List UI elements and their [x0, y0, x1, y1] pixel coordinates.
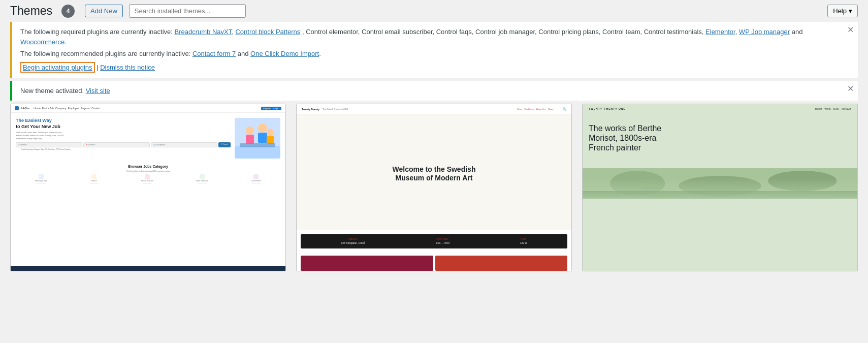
twenty-twenty-one-thumbnail: TWENTY TWENTY-ONE ABOUTWORKBLOGCONTACT T…	[583, 104, 857, 271]
svg-rect-8	[240, 143, 275, 147]
dismiss-plugins-notice-button[interactable]: ✕	[847, 26, 854, 34]
tt-bottom-block-2	[435, 256, 568, 271]
tt-address-value: 123 Storgatan, Umeå	[341, 241, 365, 244]
visit-site-link[interactable]: Visit site	[86, 87, 110, 95]
tt-address-label: ADDRESS	[341, 238, 365, 240]
tt-hours-label: OPEN TODAY	[436, 238, 449, 240]
theme-card-twenty-twenty[interactable]: Twenty Twenty The Default Theme for 2020…	[296, 104, 572, 271]
tt-address-col: ADDRESS 123 Storgatan, Umeå	[341, 238, 365, 244]
elementor-link[interactable]: Elementor	[705, 28, 735, 36]
jobbox-industry-field: ⊕ Industry ▾	[16, 142, 82, 147]
help-button[interactable]: Help ▾	[827, 5, 858, 17]
jobbox-preview: J JobBox HomeFind a JobCompanyEmployeePa…	[11, 104, 285, 271]
jobbox-keyword-field: 🔍 Your keyword	[151, 142, 217, 147]
jobbox-register-btn: Register Login	[261, 107, 281, 110]
activation-notice: ✕ New theme activated. Visit site	[10, 81, 858, 101]
svg-point-1	[246, 127, 254, 135]
tt-nav-links: HomeExhibitionsAbout Us ▾News	[517, 108, 554, 110]
themes-area: J JobBox HomeFind a JobCompanyEmployeePa…	[0, 104, 868, 271]
jobbox-section-title: Browser Jobs Category	[11, 162, 285, 170]
wp-job-link[interactable]: WP Job manager	[739, 28, 790, 36]
tto-hero-title: The works of BertheMorisot, 1800s-eraFre…	[589, 123, 851, 153]
jobbox-search-btn: 🔍 Search	[218, 142, 231, 147]
one-click-demo-link[interactable]: One Click Demo Import	[250, 50, 319, 57]
theme-card-twenty-twenty-one[interactable]: TWENTY TWENTY-ONE ABOUTWORKBLOGCONTACT T…	[582, 104, 858, 271]
help-label: Help	[833, 7, 847, 15]
jobbox-thumbnail: J JobBox HomeFind a JobCompanyEmployeePa…	[11, 104, 285, 271]
themes-grid: J JobBox HomeFind a JobCompanyEmployeePa…	[10, 104, 858, 271]
svg-point-5	[267, 129, 274, 136]
jobbox-logo: J JobBox	[15, 106, 29, 110]
jobbox-popular: Popular Searches: Designer, Web, iOS, De…	[16, 147, 231, 151]
tt-bottom	[297, 253, 571, 271]
twentytwenty-preview: Twenty Twenty The Default Theme for 2020…	[297, 104, 571, 271]
dismiss-notice-link[interactable]: Dismiss this notice	[100, 64, 155, 71]
search-input[interactable]	[129, 4, 246, 18]
svg-rect-6	[267, 136, 274, 144]
plugins-notice: ✕ The following required plugins are cur…	[10, 22, 858, 78]
jobbox-logo-icon: J	[15, 106, 19, 110]
tto-image-overlay	[583, 178, 857, 199]
tt-hours-col: OPEN TODAY 9:00 — 5:00	[436, 238, 449, 244]
tt-price-label: PRICE	[520, 238, 527, 240]
svg-rect-2	[246, 135, 254, 144]
svg-rect-7	[235, 146, 280, 159]
tt-info-bar: ADDRESS 123 Storgatan, Umeå OPEN TODAY 9…	[301, 234, 567, 248]
notice-actions: Begin activating plugins | Dismiss this …	[20, 62, 850, 73]
notices-area: ✕ The following required plugins are cur…	[0, 22, 868, 101]
jobbox-search-bar: ⊕ Industry ▾ 📍 Location ▾ 🔍 Your keyword…	[16, 142, 231, 147]
recommended-plugins-text: The following recommended plugins are cu…	[20, 49, 850, 59]
jobbox-location-field: 📍 Location ▾	[83, 142, 150, 147]
twenty-twenty-thumbnail: Twenty Twenty The Default Theme for 2020…	[297, 104, 571, 271]
tt-nav: Twenty Twenty The Default Theme for 2020…	[297, 104, 571, 114]
begin-activating-link[interactable]: Begin activating plugins	[20, 62, 95, 73]
jobbox-nav-links: HomeFind a JobCompanyEmployeePages ▾Cont…	[34, 107, 100, 110]
chevron-down-icon: ▾	[849, 7, 852, 15]
jobbox-bottom-bar	[11, 266, 285, 271]
tto-nav-links: ABOUTWORKBLOGCONTACT	[815, 108, 851, 110]
tt-bottom-block-1	[301, 256, 433, 271]
activation-text: New theme activated. Visit site	[20, 86, 850, 96]
tto-hero-image	[583, 168, 857, 199]
tt-price-col: PRICE 129 kr	[520, 238, 527, 244]
twentytwentyone-preview: TWENTY TWENTY-ONE ABOUTWORKBLOGCONTACT T…	[583, 104, 857, 271]
jobbox-hero-image	[235, 118, 280, 159]
jobbox-hero-title: The Easiest Wayto Get Your New Job	[16, 118, 231, 130]
tt-hours-value: 9:00 — 5:00	[436, 241, 449, 244]
tto-hero: The works of BertheMorisot, 1800s-eraFre…	[583, 113, 857, 163]
contact-form-7-link[interactable]: Contact form 7	[192, 50, 236, 57]
tt-search-icon: 🔍	[563, 107, 566, 111]
jobbox-hero-text: The Easiest Wayto Get Your New Job Each …	[16, 118, 231, 151]
required-plugins-text: The following required plugins are curre…	[20, 27, 850, 47]
breadcrumb-navxt-link[interactable]: Breadcrumb NavXT	[175, 28, 232, 36]
add-new-button[interactable]: Add New	[85, 5, 123, 17]
tt-site-title: Twenty Twenty	[302, 108, 319, 111]
tt-hero: Welcome to the SwedishMuseum of Modern A…	[297, 114, 571, 230]
jobbox-categories: Marketing & Sale150 Jobs Available Finan…	[11, 174, 285, 183]
tt-tagline: The Default Theme for 2020	[323, 108, 348, 110]
svg-rect-4	[258, 133, 267, 143]
jobbox-nav: J JobBox HomeFind a JobCompanyEmployeePa…	[11, 104, 285, 113]
tt-more-icon: ···	[556, 107, 560, 111]
page-title: Themes	[10, 4, 52, 18]
control-block-patterns-link[interactable]: Control block Patterns	[235, 28, 300, 36]
tt-hero-title: Welcome to the SwedishMuseum of Modern A…	[393, 165, 476, 182]
jobbox-hero: The Easiest Wayto Get Your New Job Each …	[11, 113, 285, 162]
tto-nav: TWENTY TWENTY-ONE ABOUTWORKBLOGCONTACT	[583, 104, 857, 113]
woocommerce-link[interactable]: Woocommerce	[20, 38, 65, 46]
svg-point-3	[258, 123, 267, 133]
theme-card-jobbox[interactable]: J JobBox HomeFind a JobCompanyEmployeePa…	[10, 104, 286, 271]
tt-price-value: 129 kr	[520, 241, 527, 244]
top-bar: Themes 4 Add New Help ▾	[0, 0, 868, 22]
tto-site-title: TWENTY TWENTY-ONE	[589, 107, 626, 110]
theme-count-badge: 4	[61, 5, 75, 18]
jobbox-hero-subtitle: Each month, more than 3 million job seek…	[16, 131, 231, 140]
dismiss-activation-notice-button[interactable]: ✕	[847, 85, 854, 93]
